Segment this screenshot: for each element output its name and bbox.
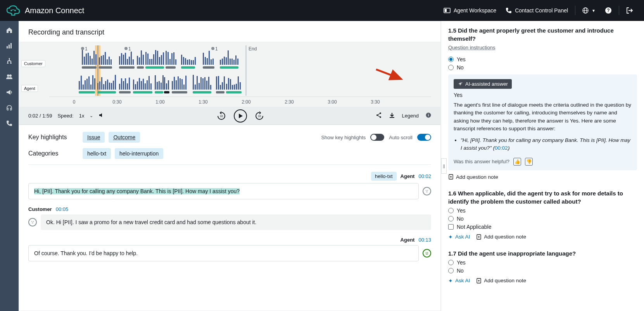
topbar-divider xyxy=(619,6,619,15)
globe-icon xyxy=(582,7,589,14)
help-button[interactable]: ? xyxy=(600,7,616,14)
workspace-icon xyxy=(444,7,451,14)
language-selector[interactable]: ▼ xyxy=(578,7,600,14)
help-icon: ? xyxy=(605,7,612,14)
logout-button[interactable] xyxy=(622,7,638,14)
topbar-divider xyxy=(575,6,575,15)
caret-down-icon: ▼ xyxy=(592,9,596,13)
phone-icon xyxy=(506,7,512,14)
topbar: Amazon Connect Agent Workspace Contact C… xyxy=(0,0,644,21)
agent-workspace-link[interactable]: Agent Workspace xyxy=(439,7,501,14)
svg-rect-3 xyxy=(445,9,447,12)
connect-logo-icon xyxy=(6,5,20,16)
svg-text:?: ? xyxy=(607,8,609,13)
brand-logo[interactable]: Amazon Connect xyxy=(6,5,84,16)
brand-name: Amazon Connect xyxy=(25,6,84,15)
ccp-link[interactable]: Contact Control Panel xyxy=(501,7,573,14)
logout-icon xyxy=(626,7,633,14)
